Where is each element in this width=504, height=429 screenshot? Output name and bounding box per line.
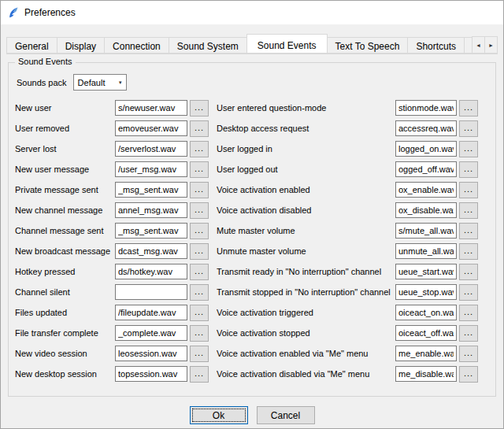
file-transfer-complete-input[interactable] <box>115 325 187 341</box>
left-column: New user...User removed...Server lost...… <box>15 98 209 384</box>
files-updated-label: Files updated <box>15 308 115 317</box>
server-lost-input[interactable] <box>115 141 187 157</box>
voice-activation-enabled-via-me-menu-input[interactable] <box>395 346 457 361</box>
desktop-access-request-browse-button[interactable]: ... <box>459 120 478 137</box>
tab-scroll-right-button[interactable]: ► <box>484 36 498 54</box>
mute-master-volume-input[interactable] <box>395 223 457 239</box>
sound-event-row: Transmit ready in "No interruption" chan… <box>217 261 478 282</box>
user-logged-out-browse-button[interactable]: ... <box>459 161 478 178</box>
file-transfer-complete-label: File transfer complete <box>15 328 115 338</box>
cancel-button[interactable]: Cancel <box>257 406 315 424</box>
sound-event-row: File transfer complete... <box>15 323 209 343</box>
sound-event-row: New user... <box>15 98 209 118</box>
private-message-sent-input[interactable] <box>115 182 187 198</box>
sound-event-row: New broadcast message... <box>15 241 209 261</box>
new-user-label: New user <box>15 103 115 113</box>
voice-activation-triggered-input[interactable] <box>395 305 457 320</box>
transmit-stopped-in-no-interruption-channel-input[interactable] <box>395 284 457 300</box>
user-logged-in-input[interactable] <box>395 141 457 157</box>
channel-message-sent-input[interactable] <box>115 223 187 239</box>
tab-text-to-speech[interactable]: Text To Speech <box>327 37 409 54</box>
user-removed-browse-button[interactable]: ... <box>190 120 209 137</box>
file-transfer-complete-browse-button[interactable]: ... <box>190 325 209 342</box>
user-entered-question-mode-input[interactable] <box>395 100 457 116</box>
new-desktop-session-browse-button[interactable]: ... <box>190 366 209 383</box>
files-updated-input[interactable] <box>115 305 187 320</box>
transmit-ready-in-no-interruption-channel-browse-button[interactable]: ... <box>459 264 478 280</box>
sounds-pack-value: Default <box>78 78 106 87</box>
voice-activation-disabled-label: Voice activation disabled <box>217 205 395 215</box>
sound-event-row: User logged in... <box>217 139 478 159</box>
new-channel-message-browse-button[interactable]: ... <box>190 202 209 219</box>
voice-activation-enabled-input[interactable] <box>395 182 457 198</box>
user-entered-question-mode-browse-button[interactable]: ... <box>459 100 478 116</box>
tab-scroll-control: ◄ ► <box>472 36 498 54</box>
new-user-input[interactable] <box>115 100 187 116</box>
new-user-browse-button[interactable]: ... <box>190 100 209 116</box>
sound-event-row: New user message... <box>15 159 209 179</box>
sound-event-row: Voice activation enabled via "Me" menu..… <box>217 343 478 364</box>
voice-activation-disabled-via-me-menu-input[interactable] <box>395 366 457 382</box>
voice-activation-enabled-browse-button[interactable]: ... <box>459 182 478 198</box>
mute-master-volume-browse-button[interactable]: ... <box>459 223 478 239</box>
chevron-down-icon: ▼ <box>118 80 123 85</box>
user-logged-in-browse-button[interactable]: ... <box>459 141 478 157</box>
unmute-master-volume-input[interactable] <box>395 243 457 259</box>
sounds-pack-select[interactable]: Default ▼ <box>73 74 127 91</box>
user-removed-input[interactable] <box>115 120 187 136</box>
new-video-session-input[interactable] <box>115 346 187 361</box>
tab-scroll-left-button[interactable]: ◄ <box>472 36 485 54</box>
tab-connection[interactable]: Connection <box>104 37 169 54</box>
ok-button[interactable]: Ok <box>190 406 248 424</box>
transmit-stopped-in-no-interruption-channel-browse-button[interactable]: ... <box>459 284 478 301</box>
sound-event-row: User entered question-mode... <box>217 98 478 118</box>
tab-display[interactable]: Display <box>57 37 105 54</box>
new-video-session-browse-button[interactable]: ... <box>190 346 209 362</box>
hotkey-pressed-browse-button[interactable]: ... <box>190 264 209 280</box>
new-channel-message-input[interactable] <box>115 202 187 218</box>
voice-activation-triggered-browse-button[interactable]: ... <box>459 305 478 321</box>
sound-event-row: Mute master volume... <box>217 220 478 241</box>
voice-activation-disabled-input[interactable] <box>395 202 457 218</box>
tab-sound-system[interactable]: Sound System <box>169 37 247 54</box>
transmit-ready-in-no-interruption-channel-label: Transmit ready in "No interruption" chan… <box>217 267 395 276</box>
transmit-ready-in-no-interruption-channel-input[interactable] <box>395 264 457 279</box>
new-broadcast-message-browse-button[interactable]: ... <box>190 243 209 260</box>
new-channel-message-label: New channel message <box>15 205 115 215</box>
sound-event-row: New video session... <box>15 343 209 364</box>
voice-activation-stopped-input[interactable] <box>395 325 457 341</box>
desktop-access-request-label: Desktop access request <box>217 124 395 133</box>
tab-sound-events[interactable]: Sound Events <box>246 34 328 54</box>
channel-message-sent-browse-button[interactable]: ... <box>190 223 209 239</box>
voice-activation-enabled-via-me-menu-browse-button[interactable]: ... <box>459 346 478 362</box>
sound-event-row: User logged out... <box>217 159 478 179</box>
desktop-access-request-input[interactable] <box>395 120 457 136</box>
user-logged-out-input[interactable] <box>395 161 457 177</box>
files-updated-browse-button[interactable]: ... <box>190 305 209 321</box>
sound-event-row: New desktop session... <box>15 364 209 384</box>
voice-activation-stopped-browse-button[interactable]: ... <box>459 325 478 342</box>
private-message-sent-label: Private message sent <box>15 185 115 194</box>
right-column: User entered question-mode...Desktop acc… <box>217 98 489 384</box>
server-lost-browse-button[interactable]: ... <box>190 141 209 157</box>
new-desktop-session-input[interactable] <box>115 366 187 382</box>
sounds-pack-row: Sounds pack Default ▼ <box>17 74 489 91</box>
channel-silent-input[interactable] <box>115 284 187 300</box>
sound-event-row: Voice activation enabled... <box>217 179 478 200</box>
channel-silent-browse-button[interactable]: ... <box>190 284 209 301</box>
new-user-message-input[interactable] <box>115 161 187 177</box>
sound-event-row: Voice activation disabled... <box>217 200 478 220</box>
new-user-message-browse-button[interactable]: ... <box>190 161 209 178</box>
user-logged-in-label: User logged in <box>217 144 395 153</box>
voice-activation-disabled-via-me-menu-browse-button[interactable]: ... <box>459 366 478 383</box>
tab-shortcuts[interactable]: Shortcuts <box>407 37 465 54</box>
tab-bar: GeneralDisplayConnectionSound SystemSoun… <box>6 34 498 54</box>
private-message-sent-browse-button[interactable]: ... <box>190 182 209 198</box>
voice-activation-disabled-browse-button[interactable]: ... <box>459 202 478 219</box>
new-broadcast-message-input[interactable] <box>115 243 187 259</box>
unmute-master-volume-label: Unmute master volume <box>217 246 395 256</box>
unmute-master-volume-browse-button[interactable]: ... <box>459 243 478 260</box>
tab-general[interactable]: General <box>6 37 57 54</box>
new-desktop-session-label: New desktop session <box>15 369 115 379</box>
hotkey-pressed-input[interactable] <box>115 264 187 279</box>
